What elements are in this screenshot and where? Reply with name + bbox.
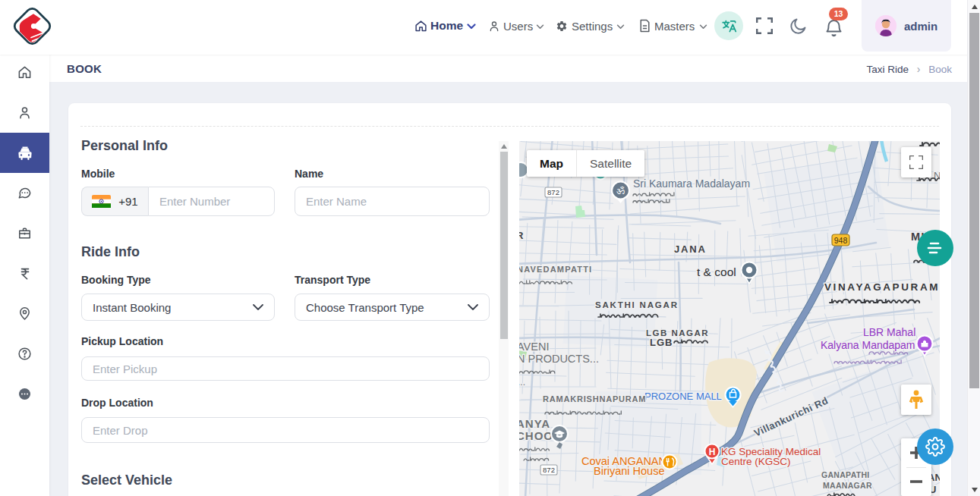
svg-text:948: 948 — [834, 236, 848, 245]
svg-text:ANYA: ANYA — [519, 417, 550, 430]
svg-text:t & cool: t & cool — [697, 265, 736, 278]
svg-text:VINAYAGAPURAM: VINAYAGAPURAM — [824, 281, 940, 293]
svg-text:LBR Mahal: LBR Mahal — [863, 326, 915, 338]
svg-text:Biriyani House: Biriyani House — [594, 465, 665, 477]
svg-text:NAVEDAMPATTI: NAVEDAMPATTI — [519, 265, 592, 274]
svg-text:PROZONE MALL: PROZONE MALL — [644, 391, 722, 402]
svg-text:Sri Kaumara Madalayam: Sri Kaumara Madalayam — [633, 177, 750, 190]
svg-text:Centre (KGSC): Centre (KGSC) — [721, 456, 791, 467]
svg-text:LGB: LGB — [650, 337, 673, 348]
svg-text:JANA: JANA — [674, 243, 707, 255]
svg-text:GANAPATHI: GANAPATHI — [821, 470, 870, 479]
svg-text:872: 872 — [547, 188, 559, 196]
svg-text:Kalyana Mandapam: Kalyana Mandapam — [821, 339, 915, 351]
svg-text:...: ... — [519, 377, 525, 388]
svg-text:R: R — [519, 230, 524, 241]
svg-text:RAMAKRISHNAPURAM: RAMAKRISHNAPURAM — [543, 394, 646, 403]
svg-text:ॐ: ॐ — [616, 185, 625, 196]
svg-text:H: H — [709, 447, 716, 457]
svg-text:SAKTHI NAGAR: SAKTHI NAGAR — [595, 300, 679, 309]
svg-text:AVENI: AVENI — [519, 341, 549, 353]
svg-text:MAANAGAR: MAANAGAR — [823, 481, 872, 490]
svg-text:N PRODUCTS...: N PRODUCTS... — [519, 353, 599, 365]
svg-text:872: 872 — [543, 466, 555, 474]
